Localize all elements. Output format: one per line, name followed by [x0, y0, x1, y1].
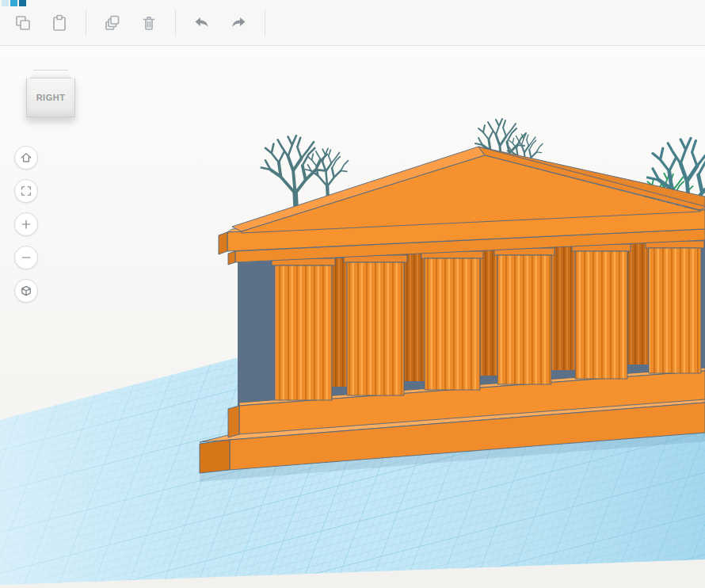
scene-svg [0, 0, 705, 588]
toolbar-separator [265, 10, 265, 36]
delete-icon[interactable] [135, 10, 162, 36]
top-toolbar [0, 0, 705, 46]
zoom-out-icon[interactable] [14, 246, 38, 269]
view-cube-top-face[interactable] [29, 70, 72, 78]
toolbar-separator [86, 10, 86, 36]
viewport-3d[interactable] [0, 0, 705, 588]
paste-icon[interactable] [46, 10, 73, 36]
view-cube-label: RIGHT [36, 93, 66, 102]
view-cube-front-face[interactable]: RIGHT [26, 78, 75, 117]
logo-block-1 [2, 0, 9, 6]
app-logo[interactable] [2, 0, 26, 6]
undo-icon[interactable] [189, 10, 215, 36]
view-controls [14, 146, 38, 303]
home-view-icon[interactable] [14, 146, 38, 170]
zoom-in-icon[interactable] [14, 212, 38, 236]
fit-view-icon[interactable] [14, 179, 38, 203]
app-window: RIGHT [0, 0, 705, 588]
logo-block-2 [10, 0, 17, 6]
copy-icon[interactable] [10, 10, 36, 36]
perspective-icon[interactable] [14, 279, 38, 303]
redo-icon[interactable] [225, 10, 252, 36]
view-cube[interactable]: RIGHT [26, 70, 75, 122]
toolbar-separator [175, 10, 176, 36]
duplicate-icon[interactable] [99, 10, 126, 36]
logo-block-3 [19, 0, 26, 6]
